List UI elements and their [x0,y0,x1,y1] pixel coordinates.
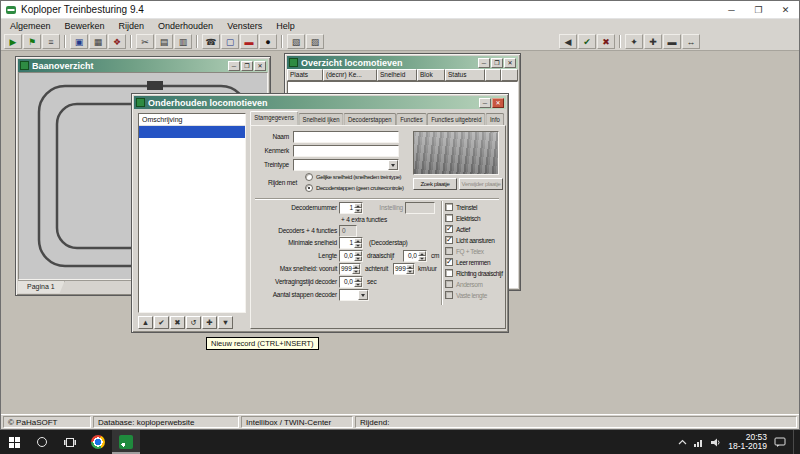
post-record-icon[interactable]: ✔ [154,316,169,329]
previous-icon[interactable]: ◀ [559,34,577,49]
minimize-button[interactable]: ─ [479,98,491,108]
tab-info[interactable]: Info [486,113,504,125]
minimize-button[interactable]: ─ [228,61,240,71]
palette-icon[interactable]: ❖ [108,34,126,49]
spin-down-icon[interactable] [352,269,360,274]
stepper-arrows[interactable] [354,277,362,287]
copy-icon[interactable]: ▤ [155,34,173,49]
checkbox-richting-draaischijf[interactable]: Richting draaischijf [445,269,503,277]
list-icon[interactable]: ≡ [42,34,60,49]
start-button[interactable] [0,430,28,454]
column-status[interactable]: Status [445,69,485,81]
decodernummer-stepper[interactable]: 1 [339,202,363,214]
volume-icon[interactable] [711,438,721,447]
spin-down-icon[interactable] [354,243,362,248]
menu-onderhouden[interactable]: Onderhouden [151,21,220,31]
radio-decoderstappen[interactable]: Decoderstappen (geen cruisecontrole) [305,184,404,192]
confirm-icon[interactable]: ✔ [578,34,596,49]
spin-down-icon[interactable] [354,282,362,287]
page-tab-pagina1[interactable]: Pagina 1 [18,281,65,293]
menu-algemeen[interactable]: Algemeen [3,21,58,31]
grid-icon[interactable]: ▦ [89,34,107,49]
list-header-omschrijving[interactable]: Omschrijving [139,114,245,126]
close-button[interactable]: ✕ [492,98,504,108]
zoek-plaatje-button[interactable]: Zoek plaatje [413,178,457,190]
baanoverzicht-titlebar[interactable]: Baanoverzicht ─ ❐ ✕ [18,59,268,72]
spin-down-icon[interactable] [406,269,414,274]
tab-decoderstappen[interactable]: Decoderstappen [344,113,396,125]
maximize-button[interactable]: ❐ [491,58,503,68]
search-button[interactable] [28,430,56,454]
taskbar-chrome-button[interactable] [84,430,112,454]
lengte-stepper[interactable]: 0,0 [339,250,363,262]
save-icon[interactable]: ▣ [70,34,88,49]
dropdown-icon[interactable] [358,290,368,300]
tab-stamgegevens[interactable]: Stamgegevens [250,111,298,125]
close-button[interactable]: ✕ [254,61,266,71]
cut-icon[interactable]: ✂ [136,34,154,49]
selected-list-row[interactable] [139,126,245,138]
tab-snelheid-ijken[interactable]: Snelheid ijken [298,113,344,125]
menu-help[interactable]: Help [269,21,302,31]
locomotive-icon[interactable]: ▬ [240,34,258,49]
action-center-icon[interactable] [774,437,786,447]
column-decnr-ke[interactable]: (decnr) Ke... [323,69,377,81]
checkbox-licht-aansturen[interactable]: Licht aansturen [445,236,494,244]
close-button[interactable]: ✕ [504,58,516,68]
app-restore-button[interactable]: ❐ [745,1,772,18]
column-plaats[interactable]: Plaats [287,69,323,81]
cancel-icon[interactable]: ✖ [597,34,615,49]
max-vooruit-stepper[interactable]: 999 [339,263,361,275]
monitor-icon[interactable]: ▢ [221,34,239,49]
radio-gelijke-snelheid[interactable]: Gelijke snelheid (snelheden treintype) [305,173,401,181]
minimale-snelheid-stepper[interactable]: 1 [339,237,363,249]
next-record-icon[interactable]: ▼ [218,316,233,329]
column-empty[interactable] [501,69,518,81]
network-icon[interactable] [694,438,704,447]
stepper-arrows[interactable] [352,264,360,274]
taskbar-clock[interactable]: 20:53 18-1-2019 [728,433,767,452]
zoom-out-icon[interactable]: ▬ [663,34,681,49]
compass-icon[interactable]: ✦ [625,34,643,49]
menu-vensters[interactable]: Vensters [220,21,269,31]
run-icon[interactable]: ▶ [4,34,22,49]
paste-icon[interactable]: ▥ [174,34,192,49]
vertraging-stepper[interactable]: 0,0 [339,276,363,288]
kenmerk-field[interactable] [293,145,399,157]
spin-down-icon[interactable] [418,256,426,261]
naam-field[interactable] [293,131,399,143]
stepper-arrows[interactable] [406,264,414,274]
draaischijf-stepper[interactable]: 0,0 [403,250,427,262]
menu-bewerken[interactable]: Bewerken [58,21,112,31]
new-record-icon[interactable]: ✚ [202,316,217,329]
zoom-in-icon[interactable]: ✚ [644,34,662,49]
overzicht-titlebar[interactable]: Overzicht locomotieven ─ ❐ ✕ [287,56,518,69]
omschrijving-list[interactable]: Omschrijving [138,113,246,313]
dialog-titlebar[interactable]: Onderhouden locomotieven ─ ✕ [134,96,506,109]
show-desktop-button[interactable] [793,430,797,454]
column-snelheid[interactable]: Snelheid [377,69,417,81]
refresh-record-icon[interactable]: ↺ [186,316,201,329]
taskbar-koploper-button[interactable] [112,430,140,454]
record-icon[interactable]: ● [259,34,277,49]
table-icon[interactable]: ▨ [306,34,324,49]
checkbox-leer-remmen[interactable]: Leer remmen [445,258,490,266]
treintype-select[interactable] [293,159,399,171]
app-close-button[interactable]: ✕ [772,1,799,18]
stappen-select[interactable] [339,289,369,301]
spin-down-icon[interactable] [354,208,362,213]
checkbox-elektrisch[interactable]: Elektrisch [445,214,480,222]
cancel-record-icon[interactable]: ✖ [170,316,185,329]
spin-down-icon[interactable] [354,256,362,261]
tray-chevron-up-icon[interactable] [678,439,687,445]
checkbox-treinstel[interactable]: Treinstel [445,203,477,211]
maximize-button[interactable]: ❐ [241,61,253,71]
phone-icon[interactable]: ☎ [202,34,220,49]
signal-icon[interactable]: ⚑ [23,34,41,49]
stepper-arrows[interactable] [354,203,362,213]
tab-functies-uitgebreid[interactable]: Functies uitgebreid [427,113,486,125]
document-icon[interactable]: ▧ [287,34,305,49]
app-minimize-button[interactable]: ─ [718,1,745,18]
dropdown-icon[interactable] [388,160,398,170]
stepper-arrows[interactable] [354,238,362,248]
